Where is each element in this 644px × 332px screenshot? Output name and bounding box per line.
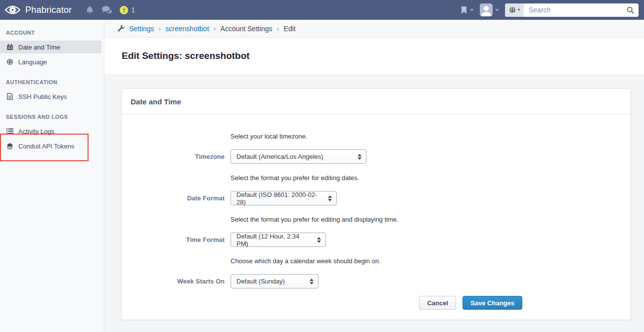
- date-format-select[interactable]: Default (ISO 8601: 2000-02-28): [230, 191, 337, 205]
- date-and-time-panel: Date and Time Select your local timezone…: [121, 88, 631, 320]
- bookmark-icon: [460, 6, 467, 14]
- sidebar-item-label: Language: [18, 58, 47, 66]
- messages-button[interactable]: [101, 5, 112, 14]
- settings-form: Select your local timezone. Timezone Def…: [122, 115, 631, 320]
- main-content: Settings › screenshotbot › Account Setti…: [104, 20, 644, 332]
- chevron-down-icon: [470, 9, 474, 11]
- sidebar-item-conduit-api-tokens[interactable]: Conduit API Tokens: [0, 140, 101, 152]
- brand-title: Phabricator: [25, 5, 72, 15]
- sidebar-item-label: SSH Public Keys: [18, 93, 67, 100]
- wrench-icon: [117, 25, 125, 32]
- profile-menu-button[interactable]: [480, 3, 499, 16]
- notifications-button[interactable]: [86, 5, 94, 14]
- form-row-timezone: Select your local timezone. Timezone Def…: [122, 133, 631, 164]
- phabricator-logo-icon: [4, 4, 21, 16]
- breadcrumb-separator: ›: [214, 24, 216, 33]
- sidebar-header: ACCOUNT: [6, 30, 104, 36]
- help-text: Select the format you prefer for editing…: [230, 216, 631, 223]
- globe-icon: [509, 6, 516, 13]
- form-row-week-starts-on: Choose which day a calendar week should …: [122, 257, 631, 288]
- search-input[interactable]: [524, 4, 627, 16]
- file-icon: [6, 93, 13, 100]
- home-button[interactable]: Phabricator: [0, 4, 72, 16]
- time-format-label: Time Format: [122, 236, 225, 243]
- save-changes-button[interactable]: Save Changes: [462, 296, 522, 310]
- sidebar-item-label: Conduit API Tokens: [18, 142, 74, 150]
- selected-value: Default (Sunday): [236, 278, 285, 285]
- breadcrumb-link-screenshotbot[interactable]: screenshotbot: [166, 25, 209, 33]
- global-search: [505, 3, 639, 17]
- calendar-icon: [6, 44, 13, 50]
- page-title: Edit Settings: screenshotbot: [122, 50, 250, 61]
- panel-header: Date and Time: [122, 89, 631, 115]
- exclamation-circle-icon: !: [120, 6, 128, 14]
- breadcrumb-separator: ›: [159, 24, 161, 33]
- panel-title: Date and Time: [131, 97, 181, 106]
- tty-icon: [6, 143, 13, 149]
- favorites-menu-button[interactable]: [460, 6, 474, 14]
- chevron-down-icon: [495, 9, 499, 11]
- selected-value: Default (12 Hour, 2:34 PM): [236, 233, 310, 247]
- sidebar-section-sessions-and-logs: SESSIONS AND LOGS Activity Logs: [0, 114, 104, 152]
- sidebar-header: AUTHENTICATION: [6, 79, 104, 86]
- selected-value: Default (America/Los Angeles): [236, 153, 323, 160]
- comments-icon: [101, 5, 112, 14]
- search-submit-button[interactable]: [627, 6, 639, 14]
- breadcrumb-account-settings: Account Settings: [221, 25, 273, 33]
- help-text: Select your local timezone.: [230, 133, 631, 140]
- search-scope-button[interactable]: [505, 3, 524, 17]
- breadcrumb-edit: Edit: [284, 25, 296, 33]
- sidebar-item-activity-logs[interactable]: Activity Logs: [0, 125, 101, 138]
- settings-sidebar: ACCOUNT Date and Time: [0, 20, 104, 332]
- bell-icon: [86, 5, 94, 14]
- search-icon: [627, 6, 634, 14]
- sidebar-item-language[interactable]: Language: [0, 55, 101, 68]
- form-row-date-format: Select the format you prefer for editing…: [122, 174, 631, 205]
- timezone-label: Timezone: [122, 153, 225, 160]
- timezone-select[interactable]: Default (America/Los Angeles): [230, 149, 367, 164]
- form-buttons: Cancel Save Changes: [122, 296, 631, 310]
- help-text: Select the format you prefer for editing…: [230, 174, 631, 182]
- date-format-label: Date Format: [122, 194, 225, 202]
- avatar: [480, 3, 493, 16]
- sidebar-item-date-and-time[interactable]: Date and Time: [0, 41, 101, 53]
- list-icon: [6, 128, 13, 134]
- select-arrows-icon: [310, 279, 314, 285]
- time-format-select[interactable]: Default (12 Hour, 2:34 PM): [230, 233, 326, 247]
- breadcrumb-separator: ›: [277, 24, 279, 33]
- select-arrows-icon: [328, 195, 332, 201]
- sidebar-item-ssh-public-keys[interactable]: SSH Public Keys: [0, 90, 101, 103]
- page-header: Edit Settings: screenshotbot: [104, 38, 644, 75]
- sidebar-header: SESSIONS AND LOGS: [6, 114, 104, 120]
- alerts-button[interactable]: ! 1: [120, 6, 135, 14]
- globe-icon: [6, 58, 13, 65]
- breadcrumb: Settings › screenshotbot › Account Setti…: [104, 20, 644, 38]
- help-text: Choose which day a calendar week should …: [230, 257, 631, 265]
- sidebar-item-label: Date and Time: [18, 44, 60, 51]
- cancel-button[interactable]: Cancel: [419, 296, 456, 310]
- sidebar-item-label: Activity Logs: [18, 128, 54, 135]
- week-starts-on-label: Week Starts On: [122, 278, 225, 285]
- sidebar-section-authentication: AUTHENTICATION SSH Public Keys: [0, 79, 104, 103]
- sidebar-section-account: ACCOUNT Date and Time: [0, 30, 104, 68]
- selected-value: Default (ISO 8601: 2000-02-28): [236, 191, 321, 206]
- form-row-time-format: Select the format you prefer for editing…: [122, 216, 631, 247]
- alert-count: 1: [131, 6, 135, 14]
- chevron-down-icon: [517, 9, 520, 11]
- select-arrows-icon: [317, 237, 321, 243]
- top-menu-bar: Phabricator ! 1: [0, 0, 644, 20]
- breadcrumb-link-settings[interactable]: Settings: [129, 25, 154, 33]
- select-arrows-icon: [358, 154, 362, 160]
- week-starts-on-select[interactable]: Default (Sunday): [230, 274, 319, 288]
